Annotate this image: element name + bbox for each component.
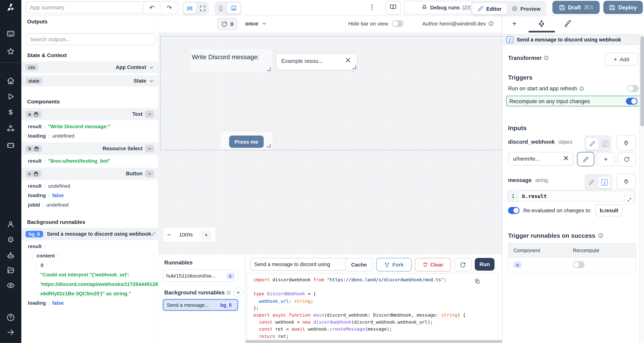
component-a-header[interactable]: a Text bbox=[21, 108, 158, 120]
refresh-code-button[interactable] bbox=[454, 258, 472, 272]
input1-resource-box[interactable]: u/henri/te... bbox=[508, 152, 574, 166]
gear-icon[interactable]: ⚙ bbox=[6, 236, 15, 244]
hide-bar-label: Hide bar on view bbox=[348, 20, 388, 27]
undo-icon[interactable]: ↶ bbox=[144, 4, 161, 11]
static-mode-pencil-icon[interactable] bbox=[586, 180, 597, 185]
zoom-out-icon[interactable]: − bbox=[167, 231, 171, 238]
windmill-logo[interactable] bbox=[5, 2, 16, 13]
tab-editor[interactable]: Editor bbox=[472, 3, 507, 14]
chevron-up-icon[interactable] bbox=[145, 170, 154, 178]
input2-expression-editor[interactable]: 1 b.result bbox=[507, 190, 636, 201]
recompute-toggle[interactable] bbox=[626, 98, 638, 104]
runnable-name-input[interactable]: Send a message to discord using bbox=[250, 258, 350, 270]
press-me-button[interactable]: Press me bbox=[229, 136, 264, 148]
bg0-header[interactable]: bg_0 Send a message to discord using web… bbox=[21, 228, 158, 240]
search-outputs-input[interactable]: Search outputs... bbox=[26, 33, 156, 45]
resize-handle[interactable] bbox=[267, 68, 271, 71]
resize-handle[interactable] bbox=[352, 65, 356, 69]
clear-button[interactable]: Clear bbox=[415, 258, 451, 272]
mobile-icon[interactable] bbox=[215, 5, 226, 11]
refresh-resource-button[interactable] bbox=[617, 152, 636, 166]
outputs-title: Outputs bbox=[27, 18, 48, 24]
draft-button[interactable]: Draft ⌘S bbox=[552, 1, 600, 14]
component-b-header[interactable]: b Resource Select bbox=[21, 142, 158, 155]
vertical-scrollbar[interactable] bbox=[640, 34, 644, 343]
refresh-count-button[interactable]: 0 bbox=[217, 18, 238, 30]
home-icon[interactable] bbox=[6, 77, 15, 85]
scrollbar-thumb[interactable] bbox=[640, 36, 644, 126]
clear-selection-icon[interactable] bbox=[345, 57, 351, 64]
static-mode-pencil-icon[interactable] bbox=[586, 138, 599, 150]
app-summary-input[interactable]: App summary bbox=[26, 1, 148, 14]
docs-button[interactable] bbox=[385, 1, 401, 14]
add-resource-button[interactable]: + bbox=[597, 152, 615, 166]
fork-button[interactable]: Fork bbox=[376, 258, 412, 272]
zoom-in-icon[interactable]: + bbox=[201, 230, 212, 240]
resize-handle[interactable] bbox=[267, 144, 271, 148]
app-grid-icon[interactable] bbox=[6, 30, 15, 38]
mode-switcher: Editor Preview bbox=[471, 1, 546, 16]
chevron-down-icon[interactable] bbox=[149, 65, 154, 70]
input2-name: message bbox=[508, 177, 532, 183]
add-transformer-button[interactable]: +Add bbox=[605, 52, 638, 66]
frequency-select[interactable]: once bbox=[245, 18, 267, 30]
reevaluate-toggle[interactable] bbox=[508, 207, 520, 214]
worker-icon[interactable] bbox=[6, 251, 15, 260]
add-tab-icon[interactable]: + bbox=[512, 19, 517, 28]
add-bg-runnable-button[interactable]: + bbox=[233, 288, 243, 298]
cache-button[interactable]: Cache bbox=[345, 258, 373, 272]
clipboard-copy-icon[interactable] bbox=[474, 278, 480, 286]
dollar-icon[interactable]: $ bbox=[6, 108, 15, 116]
boxes-icon[interactable] bbox=[6, 125, 15, 133]
row-recompute-toggle[interactable] bbox=[573, 261, 584, 268]
plug-icon bbox=[623, 178, 629, 184]
pencil-icon[interactable] bbox=[151, 231, 156, 237]
draft-label: Draft bbox=[568, 4, 581, 10]
folder-icon[interactable] bbox=[6, 266, 15, 274]
info-icon bbox=[579, 86, 584, 91]
kebab-menu-icon[interactable]: ⋮ bbox=[369, 3, 375, 11]
eye-icon[interactable] bbox=[6, 281, 15, 290]
code-editor[interactable]: import discordwebhook from "https://deno… bbox=[247, 273, 499, 341]
run-button[interactable]: Run bbox=[475, 258, 494, 270]
input2-mode-group: f bbox=[584, 174, 612, 191]
chevron-down-icon[interactable] bbox=[149, 78, 154, 84]
help-icon[interactable] bbox=[6, 313, 15, 322]
hide-bar-toggle[interactable] bbox=[392, 20, 403, 27]
components-tab-icon[interactable] bbox=[538, 20, 545, 29]
bg-runnable-item-selected[interactable]: Send a message... bg_0 bbox=[163, 299, 238, 311]
resource-select-component[interactable]: Example resou... bbox=[276, 53, 357, 70]
run-on-start-toggle[interactable] bbox=[627, 85, 639, 92]
button-component-cell[interactable]: Press me bbox=[220, 132, 272, 149]
chevron-up-icon[interactable] bbox=[145, 145, 154, 152]
input1-connect-button[interactable] bbox=[616, 135, 636, 151]
expand-editor-icon[interactable] bbox=[625, 195, 634, 204]
state-row[interactable]: state State bbox=[21, 75, 158, 86]
clear-resource-icon[interactable] bbox=[563, 155, 569, 162]
chevron-up-icon[interactable] bbox=[145, 110, 154, 118]
runnable-item[interactable]: hub/1511/discord/se... c bbox=[163, 270, 238, 282]
line-number: 1 bbox=[508, 191, 518, 201]
user-icon[interactable] bbox=[6, 220, 15, 228]
eval-mode-function-icon[interactable]: f bbox=[600, 141, 610, 147]
input2-connect-button[interactable] bbox=[616, 174, 636, 189]
star-icon[interactable] bbox=[6, 47, 15, 56]
deploy-button[interactable]: Deploy bbox=[603, 1, 643, 14]
app-canvas[interactable]: Write Discord message: Example resou... … bbox=[158, 32, 502, 255]
toolbox-icon[interactable] bbox=[6, 141, 15, 149]
play-icon[interactable] bbox=[6, 92, 15, 100]
reevaluate-chip[interactable]: b.result bbox=[595, 204, 623, 216]
edit-resource-button[interactable] bbox=[577, 152, 594, 166]
horizontal-scrollbar[interactable] bbox=[246, 340, 502, 343]
redo-icon[interactable]: ↷ bbox=[161, 4, 178, 11]
component-c-header[interactable]: c Button bbox=[21, 168, 158, 180]
eval-mode-function-icon[interactable]: f bbox=[598, 176, 611, 188]
desktop-icon[interactable] bbox=[227, 3, 241, 14]
text-component-cell[interactable]: Write Discord message: bbox=[191, 49, 272, 72]
arrow-right-icon[interactable] bbox=[6, 328, 15, 336]
tab-preview[interactable]: Preview bbox=[507, 3, 545, 14]
align-columns-button[interactable]: |0| bbox=[183, 3, 196, 14]
fullscreen-icon[interactable] bbox=[197, 5, 208, 11]
ctx-row[interactable]: ctx App Context bbox=[21, 62, 158, 73]
style-tab-icon[interactable] bbox=[564, 20, 572, 28]
